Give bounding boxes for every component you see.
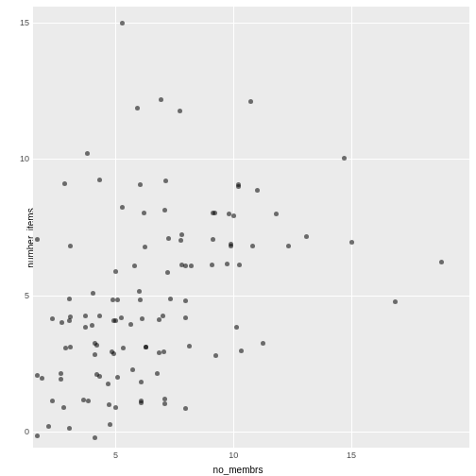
- data-point: [165, 270, 170, 275]
- plot-panel: [33, 7, 469, 448]
- data-point: [68, 244, 73, 248]
- data-point: [248, 99, 253, 104]
- data-point: [189, 264, 194, 268]
- scatter-chart: number_items no_membrs 51015051015: [0, 0, 476, 476]
- grid-line-horizontal: [33, 159, 469, 160]
- data-point: [183, 298, 188, 303]
- data-point: [140, 316, 144, 321]
- data-point: [135, 106, 140, 110]
- data-point: [35, 434, 40, 438]
- data-point: [107, 402, 111, 407]
- data-point: [59, 371, 63, 376]
- data-point: [35, 237, 40, 242]
- data-point: [97, 374, 102, 379]
- data-point: [286, 244, 291, 248]
- y-tick-label: 15: [16, 18, 29, 27]
- data-point: [239, 348, 244, 353]
- y-tick-label: 5: [16, 291, 29, 300]
- data-point: [212, 211, 217, 215]
- data-point: [46, 424, 51, 429]
- data-point: [168, 297, 173, 301]
- data-point: [144, 345, 148, 349]
- data-point: [94, 372, 99, 377]
- data-point: [213, 353, 218, 358]
- data-point: [162, 208, 167, 212]
- data-point: [130, 367, 135, 372]
- data-point: [67, 318, 72, 323]
- data-point: [63, 346, 68, 350]
- data-point: [304, 234, 309, 239]
- data-point: [68, 345, 73, 349]
- data-point: [183, 315, 188, 320]
- data-point: [255, 188, 260, 193]
- data-point: [83, 314, 88, 318]
- data-point: [67, 426, 72, 431]
- data-point: [40, 376, 44, 381]
- data-point: [162, 397, 167, 401]
- data-point: [183, 264, 188, 268]
- grid-line-vertical: [115, 7, 116, 448]
- data-point: [250, 244, 255, 248]
- data-point: [67, 297, 72, 301]
- data-point: [139, 399, 144, 403]
- data-point: [274, 212, 279, 216]
- data-point: [179, 263, 184, 267]
- data-point: [236, 182, 241, 187]
- data-point: [83, 325, 88, 330]
- data-point: [439, 260, 444, 264]
- data-point: [108, 422, 112, 427]
- data-point: [142, 211, 146, 215]
- data-point: [393, 299, 398, 304]
- data-point: [162, 401, 167, 406]
- data-point: [94, 343, 99, 348]
- data-point: [187, 344, 192, 348]
- data-point: [120, 205, 125, 210]
- y-tick-label: 10: [16, 154, 29, 163]
- data-point: [97, 314, 102, 318]
- data-point: [138, 298, 143, 302]
- data-point: [162, 349, 166, 354]
- data-point: [137, 289, 142, 294]
- data-point: [183, 406, 188, 411]
- data-point: [178, 109, 182, 113]
- data-point: [261, 341, 265, 346]
- grid-line-horizontal: [33, 432, 469, 433]
- data-point: [90, 323, 94, 328]
- data-point: [210, 263, 214, 267]
- x-tick-label: 10: [229, 450, 238, 460]
- data-point: [225, 262, 230, 266]
- data-point: [59, 377, 63, 382]
- data-point: [110, 349, 114, 354]
- data-point: [121, 346, 126, 350]
- data-point: [85, 151, 90, 156]
- data-point: [157, 350, 162, 355]
- data-point: [106, 382, 110, 386]
- grid-line-vertical: [351, 7, 352, 448]
- data-point: [61, 405, 66, 410]
- data-point: [143, 245, 147, 249]
- data-point: [60, 320, 64, 325]
- grid-line-horizontal: [33, 23, 469, 24]
- data-point: [139, 400, 144, 405]
- data-point: [178, 238, 183, 243]
- grid-line-horizontal: [33, 296, 469, 297]
- data-point: [93, 435, 97, 440]
- data-point: [155, 371, 160, 376]
- data-point: [159, 97, 163, 102]
- data-point: [128, 322, 133, 327]
- x-tick-label: 15: [347, 450, 356, 460]
- data-point: [97, 178, 102, 182]
- data-point: [163, 178, 168, 183]
- data-point: [119, 315, 124, 320]
- data-point: [50, 316, 55, 321]
- data-point: [93, 341, 97, 346]
- data-point: [236, 184, 241, 189]
- data-point: [227, 212, 231, 216]
- data-point: [157, 317, 162, 322]
- x-tick-label: 5: [113, 450, 118, 460]
- data-point: [93, 352, 97, 357]
- data-point: [81, 398, 86, 402]
- data-point: [132, 264, 137, 268]
- data-point: [86, 399, 91, 403]
- data-point: [237, 263, 242, 267]
